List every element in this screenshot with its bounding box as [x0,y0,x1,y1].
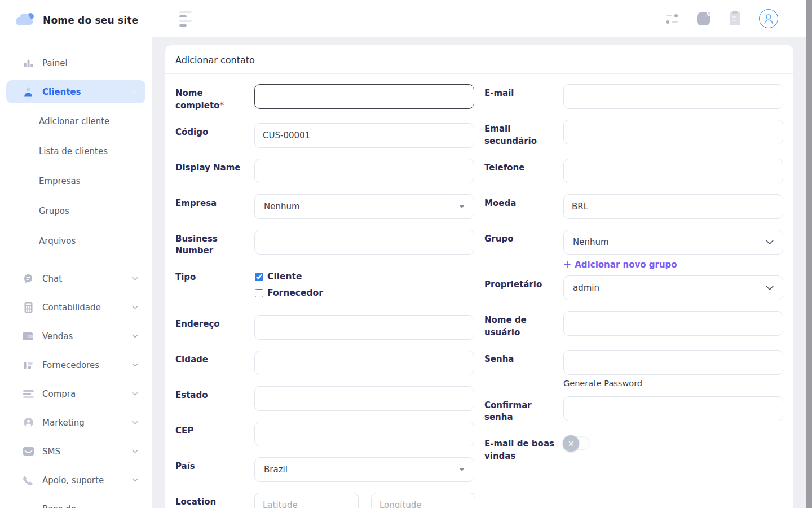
field-label: Business Number [175,230,254,258]
lines-icon [23,388,34,400]
field-label: Estado [175,386,254,411]
moeda-input[interactable] [563,194,783,219]
book-icon [23,503,34,508]
dropdown-triangle-icon [459,205,465,208]
telefone-input[interactable] [563,159,783,183]
longitude-input[interactable] [371,493,475,508]
latitude-input[interactable] [254,493,359,508]
sidebar-item-label: Fornecedores [42,360,99,370]
chevron-down-icon [132,392,138,396]
display-name-input[interactable] [254,159,474,183]
add-group-link[interactable]: + Adicionar novo grupo [563,260,677,270]
grupo-select[interactable]: Nenhum [563,230,783,255]
form-right-column: E-mail Email secundário Telefone Moeda G [484,84,783,508]
fornecedor-checkbox[interactable] [255,289,263,297]
empresa-select[interactable]: Nenhum [254,194,474,219]
sidebar-item-adicionar-cliente[interactable]: Adicionar cliente [0,106,152,136]
field-boas-vindas: E-mail de boas vindas ✕ [484,435,783,463]
dropdown-triangle-icon [459,468,465,471]
pais-select[interactable]: Brazil [254,457,474,482]
clientes-submenu: Adicionar cliente Lista de clientes Empr… [0,106,152,256]
sidebar-item-grupos[interactable]: Grupos [0,196,152,226]
email-input[interactable] [563,84,783,109]
cep-input[interactable] [254,422,474,446]
calculator-icon [23,302,34,313]
sidebar-item-contabilidade[interactable]: Contabilidade [0,293,152,322]
required-asterisk: * [219,100,224,111]
endereco-input[interactable] [254,315,474,340]
sidebar-item-marketing[interactable]: Marketing [0,408,152,437]
menu-toggle-icon[interactable] [179,11,192,27]
sidebar-item-lista-de-clientes[interactable]: Lista de clientes [0,136,152,166]
sidebar-item-painel[interactable]: Painel [0,49,152,77]
chevron-down-icon [766,240,774,244]
apps-icon[interactable] [696,11,710,26]
field-pais: País Brazil [175,457,474,482]
field-label: País [175,457,254,482]
sidebar-item-arquivos[interactable]: Arquivos [0,226,152,256]
field-display-name: Display Name [175,159,474,183]
chevron-down-icon [132,334,138,338]
field-moeda: Moeda [484,194,783,219]
field-label: CEP [175,422,254,446]
user-avatar[interactable] [759,9,778,28]
proprietario-select[interactable]: admin [563,275,783,300]
sidebar-item-clientes[interactable]: Clientes [6,80,145,103]
envelope-icon [23,446,34,457]
field-confirmar-senha: Confirmar senha [484,396,783,424]
codigo-input[interactable] [254,123,474,148]
field-estado: Estado [175,386,474,411]
sidebar-item-chat[interactable]: Chat [0,264,152,293]
estado-input[interactable] [254,386,474,411]
cliente-checkbox[interactable] [255,273,263,281]
chat-bubble-icon [23,273,34,284]
sidebar-item-apoio-suporte[interactable]: Apoio, suporte [0,466,152,494]
field-label: Grupo [484,230,563,270]
sidebar-item-label: Compra [42,389,76,399]
sidebar-item-empresas[interactable]: Empresas [0,166,152,196]
field-label: Moeda [484,194,563,219]
chevron-down-icon [132,449,138,453]
top-header [152,0,806,37]
sidebar-item-label: Empresas [39,176,81,186]
selected-value: admin [573,283,599,293]
site-name: Nome do seu site [43,15,138,26]
field-label: Nome completo* [175,84,254,112]
field-endereco: Endereço [175,315,474,340]
field-label: Confirmar senha [484,396,563,424]
sidebar-item-fornecedores[interactable]: Fornecedores [0,351,152,379]
field-label: Email secundário [484,120,563,148]
sidebar: Nome do seu site Painel Clientes [0,0,152,508]
field-label: Display Name [175,159,254,183]
business-number-input[interactable] [254,230,474,255]
chevron-down-icon [766,286,774,290]
sidebar-item-vendas[interactable]: Vendas [0,322,152,351]
page-scrollbar[interactable] [806,0,812,508]
field-proprietario: Proprietário admin [484,275,783,300]
welcome-email-toggle[interactable]: ✕ [563,436,590,450]
field-senha: Senha Generate Password [484,350,783,388]
checkbox-label: Fornecedor [267,288,323,298]
nome-completo-input[interactable] [254,84,474,109]
confirmar-senha-input[interactable] [563,396,783,421]
field-label: Cidade [175,351,254,375]
field-label: Proprietário [484,275,563,300]
sidebar-item-base-de-conhecimento[interactable]: Base de [0,494,152,508]
field-label: Senha [484,350,563,388]
generate-password-link[interactable]: Generate Password [563,379,783,388]
wallet-icon [23,331,34,342]
clipboard-icon[interactable] [727,11,742,26]
sidebar-item-label: Contabilidade [42,303,101,313]
sidebar-item-label: Vendas [42,331,73,341]
nome-usuario-input[interactable] [563,311,783,336]
cidade-input[interactable] [254,351,474,375]
sidebar-item-compra[interactable]: Compra [0,379,152,408]
sidebar-item-sms[interactable]: SMS [0,437,152,466]
field-business-number: Business Number [175,230,474,258]
field-cep: CEP [175,422,474,446]
sliders-icon[interactable] [664,11,679,26]
email-secundario-input[interactable] [563,120,783,144]
sidebar-menu: Painel Clientes Adicionar cliente Lista … [0,39,152,508]
logo[interactable]: Nome do seu site [0,0,152,39]
senha-input[interactable] [563,350,783,375]
